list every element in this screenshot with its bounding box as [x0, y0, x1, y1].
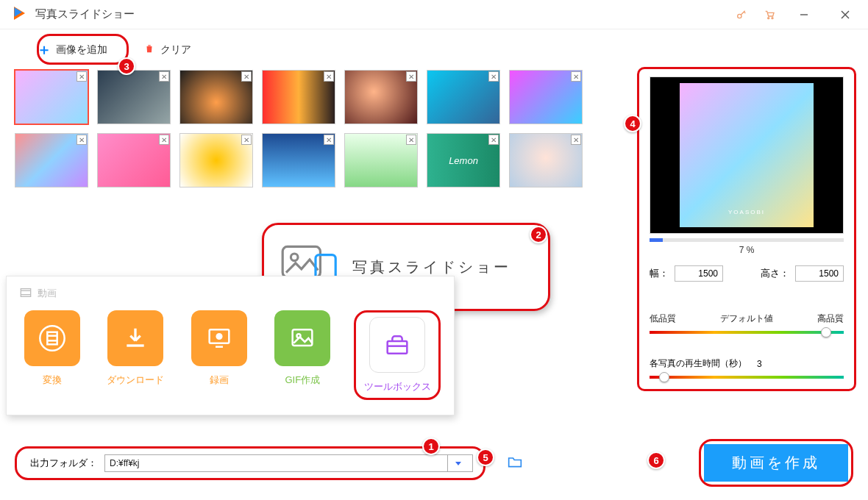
output-folder-combo[interactable]: D:¥ff¥kj [104, 454, 473, 472]
badge-4: 4 [624, 115, 641, 132]
svg-rect-18 [127, 344, 144, 346]
tool-toolbox-label: ツールボックス [364, 380, 431, 393]
tool-gif-label: GIF作成 [285, 374, 320, 387]
output-folder-value: D:¥ff¥kj [110, 458, 139, 468]
close-icon[interactable]: ✕ [159, 71, 169, 82]
feature-slideshow-label: 写真スライドショー [352, 257, 511, 277]
clear-label: クリア [160, 43, 191, 57]
minimize-button[interactable] [791, 4, 817, 25]
output-folder-group: 出力フォルダ： D:¥ff¥kj [15, 446, 485, 480]
tool-record[interactable]: 録画 [187, 310, 252, 400]
tool-toolbox[interactable]: ツールボックス [360, 317, 434, 393]
tool-gif[interactable]: GIF作成 [271, 310, 335, 400]
chevron-down-icon[interactable] [447, 454, 468, 472]
badge-6: 6 [647, 451, 665, 469]
svg-rect-22 [293, 329, 313, 346]
thumbnail[interactable]: ✕ [15, 133, 88, 188]
preview-image [680, 83, 814, 227]
badge-5: 5 [477, 449, 494, 466]
thumbnail[interactable]: ✕ [179, 70, 253, 124]
app-title: 写真スライドショー [35, 7, 135, 21]
slider-thumb[interactable] [659, 372, 669, 382]
svg-marker-26 [455, 462, 461, 465]
close-icon[interactable]: ✕ [571, 71, 581, 82]
thumbnail[interactable]: ✕ [344, 70, 418, 124]
tool-convert[interactable]: 変換 [20, 310, 85, 400]
thumbnail[interactable]: ✕ [509, 133, 583, 188]
preview-viewport [650, 76, 844, 234]
film-icon [20, 288, 32, 300]
svg-rect-24 [388, 341, 408, 354]
cart-icon[interactable] [764, 9, 775, 21]
add-images-button[interactable]: ＋ 画像を追加 [37, 40, 107, 60]
close-icon[interactable]: ✕ [159, 135, 169, 145]
tools-header-label: 動画 [38, 287, 57, 300]
close-icon[interactable]: ✕ [241, 71, 252, 82]
thumbnail-gallery: ✕ ✕ ✕ ✕ ✕ ✕ ✕ ✕ ✕ ✕ ✕ ✕ ✕ ✕ [12, 67, 600, 193]
badge-1: 1 [422, 438, 440, 455]
badge-2: 2 [530, 226, 547, 243]
plus-icon: ＋ [37, 40, 51, 60]
close-icon[interactable]: ✕ [324, 71, 334, 82]
close-icon[interactable]: ✕ [77, 135, 87, 145]
close-icon[interactable]: ✕ [571, 135, 581, 145]
callout-toolbox: ツールボックス [354, 310, 441, 400]
svg-point-20 [216, 334, 221, 339]
svg-rect-15 [47, 332, 57, 345]
badge-3: 3 [118, 57, 135, 75]
tool-record-label: 録画 [210, 374, 229, 387]
create-video-button[interactable]: 動画を作成 [704, 444, 848, 482]
thumbnail[interactable]: ✕ [15, 70, 88, 124]
close-icon[interactable]: ✕ [488, 71, 499, 82]
open-folder-icon[interactable] [508, 455, 522, 471]
tool-convert-label: 変換 [43, 374, 62, 387]
svg-point-4 [772, 17, 773, 18]
thumbnail[interactable]: ✕ [509, 70, 583, 124]
close-icon[interactable]: ✕ [406, 135, 416, 145]
width-label: 幅： [650, 267, 669, 280]
close-icon[interactable]: ✕ [324, 135, 334, 145]
close-icon[interactable]: ✕ [241, 135, 252, 145]
callout-create: 動画を作成 [699, 439, 853, 487]
svg-point-9 [291, 254, 298, 261]
svg-rect-11 [21, 288, 30, 296]
progress-fill [650, 238, 663, 242]
app-logo-icon [10, 4, 28, 25]
svg-point-3 [768, 17, 769, 18]
close-icon[interactable]: ✕ [77, 71, 87, 82]
thumbnail[interactable]: ✕ [97, 70, 171, 124]
thumbnail[interactable]: ✕ [97, 133, 171, 188]
duration-slider[interactable] [650, 376, 844, 379]
progress-track[interactable] [650, 238, 844, 242]
height-label: 高さ： [761, 267, 789, 280]
thumbnail[interactable]: ✕ [427, 70, 500, 124]
quality-slider[interactable] [650, 331, 844, 334]
thumbnail[interactable]: ✕ [179, 133, 253, 188]
quality-high-label: 高品質 [817, 312, 844, 325]
tool-download[interactable]: ダウンロード [104, 310, 168, 400]
tools-panel: 動画 変換 ダウンロード 録画 GIF作成 [6, 276, 455, 415]
close-icon[interactable]: ✕ [406, 71, 416, 82]
svg-point-2 [738, 14, 741, 18]
svg-point-14 [40, 326, 64, 350]
add-images-label: 画像を追加 [56, 43, 107, 57]
key-icon[interactable] [736, 9, 747, 21]
duration-label: 各写真の再生時間（秒） [650, 357, 747, 370]
height-input[interactable] [795, 265, 844, 282]
quality-default-label: デフォルト値 [720, 312, 773, 325]
tool-download-label: ダウンロード [107, 374, 164, 387]
close-icon[interactable]: ✕ [488, 135, 499, 145]
clear-button[interactable]: クリア [144, 43, 191, 57]
thumbnail[interactable]: ✕ [427, 133, 500, 188]
progress-text: 7 % [650, 245, 844, 255]
thumbnail[interactable]: ✕ [262, 70, 335, 124]
trash-icon [144, 43, 154, 56]
title-bar: 写真スライドショー [0, 0, 868, 29]
quality-low-label: 低品質 [650, 312, 676, 325]
slider-thumb[interactable] [821, 327, 831, 338]
thumbnail[interactable]: ✕ [262, 133, 335, 188]
thumbnail[interactable]: ✕ [344, 133, 418, 188]
output-folder-label: 出力フォルダ： [30, 457, 97, 470]
close-button[interactable] [833, 4, 858, 25]
width-input[interactable] [675, 265, 723, 282]
